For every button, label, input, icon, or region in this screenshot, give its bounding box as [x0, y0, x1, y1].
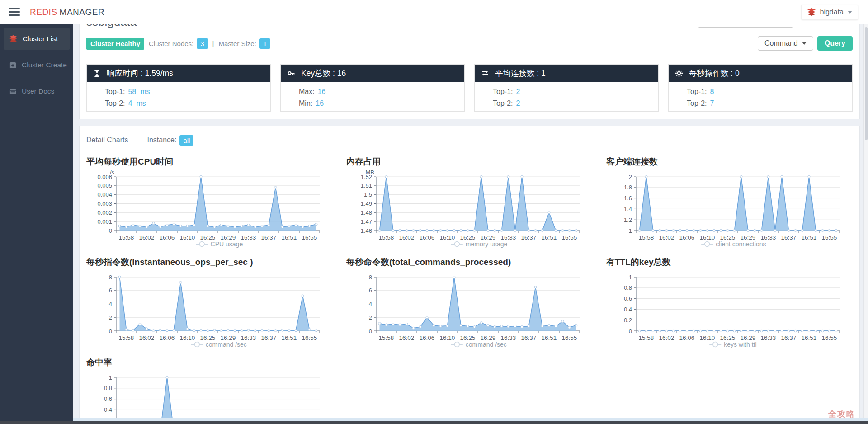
chevron-down-icon [848, 11, 852, 14]
cluster-nodes-badge: 3 [197, 38, 208, 49]
client-connections-chart[interactable]: 11.21.41.61.8215:5816:0216:0616:1016:251… [606, 170, 850, 250]
svg-text:16:51: 16:51 [282, 334, 297, 341]
chart-title: 客户端连接数 [606, 156, 866, 168]
stat-card-title: 每秒操作数 : 0 [689, 68, 740, 79]
svg-text:16:51: 16:51 [542, 234, 557, 241]
svg-text:1.47: 1.47 [361, 218, 372, 225]
stat-row-value: 8 [710, 88, 714, 95]
total-commands-chart[interactable]: 0246815:5816:0216:0616:1016:2516:2916:33… [346, 271, 590, 350]
svg-text:MB: MB [366, 170, 375, 176]
svg-text:command /sec: command /sec [206, 341, 247, 348]
svg-text:2: 2 [109, 314, 112, 321]
stat-card-key-total: Key总数 : 16 Max:16 Min:16 [280, 64, 465, 112]
instance-badge: all [179, 135, 193, 146]
svg-text:16:10: 16:10 [700, 334, 715, 341]
svg-text:16:02: 16:02 [139, 234, 155, 241]
chart-title: 平均每秒使用CPU时间 [86, 156, 346, 168]
svg-text:16:33: 16:33 [501, 234, 516, 241]
svg-text:16:29: 16:29 [221, 334, 236, 341]
svg-text:0: 0 [629, 328, 632, 334]
svg-text:16:06: 16:06 [160, 334, 175, 341]
svg-text:6: 6 [369, 287, 372, 294]
svg-text:4: 4 [109, 301, 112, 307]
svg-text:16:33: 16:33 [501, 334, 516, 341]
chart-instantaneous-ops: 每秒指令数(instantaneous_ops_per_sec ) 024681… [86, 256, 346, 352]
svg-text:0.005: 0.005 [97, 182, 112, 189]
svg-text:16:51: 16:51 [542, 334, 557, 341]
svg-text:1: 1 [629, 274, 632, 281]
user-dropdown[interactable]: bigdata [801, 5, 859, 20]
cluster-status-badge: Cluster Healthy [86, 38, 144, 50]
query-button[interactable]: Query [817, 36, 853, 51]
sidebar-item-cluster-list[interactable]: Cluster List [4, 28, 70, 50]
chart-title: 命中率 [86, 357, 346, 368]
separator: | [212, 40, 214, 47]
stat-row-value: 58 [128, 88, 136, 95]
svg-text:16:37: 16:37 [781, 334, 797, 341]
command-button-label: Command [764, 39, 798, 47]
svg-text:16:55: 16:55 [822, 234, 837, 241]
chart-title: 每秒命令数(total_commands_processed) [346, 256, 606, 268]
svg-text:0.8: 0.8 [104, 385, 112, 391]
svg-text:1.51: 1.51 [361, 182, 372, 189]
svg-text:16:06: 16:06 [160, 234, 175, 241]
svg-text:16:29: 16:29 [221, 234, 236, 241]
sidebar-item-user-docs[interactable]: User Docs [4, 80, 70, 102]
svg-text:8: 8 [369, 274, 372, 281]
sidebar-item-label: Cluster Create [22, 61, 67, 69]
svg-text:16:55: 16:55 [562, 334, 577, 341]
command-dropdown-button[interactable]: Command [758, 36, 813, 51]
sidebar-item-cluster-create[interactable]: Cluster Create [4, 54, 70, 76]
svg-text:15:58: 15:58 [119, 234, 134, 241]
chart-title: 内存占用 [346, 156, 606, 168]
hamburger-menu-icon[interactable] [9, 6, 20, 18]
svg-text:1: 1 [629, 227, 632, 234]
scrollbar-thumb[interactable] [865, 27, 868, 140]
brand-manager: MANAGER [60, 7, 105, 17]
instance-label: Instance: [147, 136, 176, 144]
svg-text:16:10: 16:10 [180, 234, 195, 241]
stat-card-title: Key总数 : 16 [301, 68, 346, 79]
svg-text:16:33: 16:33 [241, 334, 256, 341]
svg-text:16:02: 16:02 [399, 334, 415, 341]
memory-usage-chart[interactable]: 1.461.471.481.491.51.511.52MB15:5816:021… [346, 170, 590, 250]
svg-text:16:55: 16:55 [822, 334, 837, 341]
svg-text:16:55: 16:55 [302, 334, 317, 341]
svg-text:4: 4 [369, 301, 372, 307]
svg-text:16:10: 16:10 [700, 234, 715, 241]
svg-text:15:58: 15:58 [639, 334, 654, 341]
chart-title: 每秒指令数(instantaneous_ops_per_sec ) [86, 256, 346, 268]
exchange-arrows-icon [481, 70, 489, 77]
chart-total-commands: 每秒命令数(total_commands_processed) 0246815:… [346, 256, 606, 352]
svg-text:16:25: 16:25 [720, 234, 736, 241]
svg-text:client connections: client connections [716, 240, 766, 248]
hit-rate-chart[interactable]: 00.20.40.60.8115:5816:0216:0616:1016:251… [86, 371, 330, 424]
keys-with-ttl-chart[interactable]: 00.20.40.60.8115:5816:0216:0616:1016:251… [606, 271, 850, 350]
stat-row-label: Top-2: [105, 99, 125, 107]
svg-text:16:51: 16:51 [802, 334, 817, 341]
cluster-nodes-label: Cluster Nodes: [149, 40, 193, 47]
svg-text:16:06: 16:06 [679, 334, 695, 341]
sidebar-item-label: Cluster List [23, 35, 58, 43]
svg-text:1.8: 1.8 [624, 184, 632, 191]
stat-row-label: Min: [299, 99, 312, 107]
svg-text:0: 0 [109, 328, 112, 334]
svg-text:16:37: 16:37 [261, 334, 277, 341]
svg-text:16:37: 16:37 [781, 234, 797, 241]
svg-text:16:33: 16:33 [241, 234, 256, 241]
chart-hit-rate: 命中率 00.20.40.60.8115:5816:0216:0616:1016… [86, 357, 346, 424]
svg-text:0.003: 0.003 [97, 200, 112, 207]
charts-grid: 平均每秒使用CPU时间 00.0010.0020.0030.0040.0050.… [86, 156, 853, 424]
chart-client-connections: 客户端连接数 11.21.41.61.8215:5816:0216:0616:1… [606, 156, 866, 252]
svg-text:16:51: 16:51 [282, 234, 297, 241]
stat-row-value: 4 [128, 99, 132, 107]
vertical-scrollbar[interactable] [863, 24, 868, 424]
redis-logo-icon [9, 35, 18, 43]
svg-text:keys with ttl: keys with ttl [724, 341, 756, 348]
cpu-usage-chart[interactable]: 00.0010.0020.0030.0040.0050.006/s15:5816… [86, 170, 330, 250]
svg-text:0.8: 0.8 [624, 284, 632, 291]
detail-charts-panel: Detail Charts Instance: all 平均每秒使用CPU时间 … [79, 126, 860, 424]
instantaneous-ops-chart[interactable]: 0246815:5816:0216:0616:1016:2516:2916:33… [86, 271, 330, 350]
svg-text:CPU usage: CPU usage [211, 240, 243, 248]
chart-memory-usage: 内存占用 1.461.471.481.491.51.511.52MB15:581… [346, 156, 606, 252]
